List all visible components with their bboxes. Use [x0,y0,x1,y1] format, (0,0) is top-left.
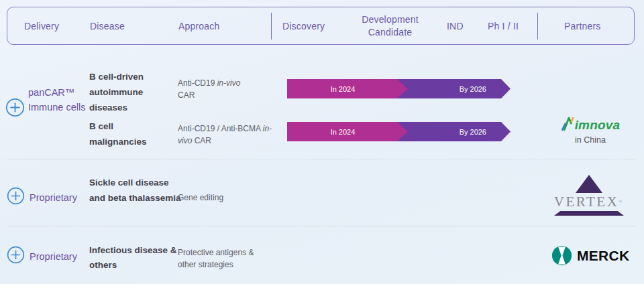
delivery-label: panCAR™ Immune cells [28,85,87,115]
plus-circle-icon [7,187,25,205]
nimnova-wordmark: imnova [561,115,621,133]
plus-circle-icon[interactable] [5,98,25,120]
column-header-delivery: Delivery [24,7,59,44]
delivery-label: Proprietary [30,190,77,205]
timeline-milestone-label: In 2024 [331,128,356,136]
plus-circle-icon[interactable] [7,246,25,267]
column-header-discovery: Discovery [282,7,325,44]
approach-cell: Protective antigens & other strategies [178,246,265,271]
vertex-wordmark: VERTEX® [554,194,624,209]
disease-cell: B cell-driven autoimmune diseases [89,69,164,115]
approach-cell: Anti-CD19 / Anti-BCMA in-vivo CAR [178,123,273,147]
header-divider [537,13,538,40]
merck-logo: MERCK [551,245,630,266]
disease-cell: Sickle cell disease and beta thalassemia [89,175,182,206]
pipeline-table: Delivery Disease Approach Discovery Deve… [0,0,644,284]
nimnova-n-icon [561,115,576,133]
approach-text: Anti-CD19 / Anti-BCMA [178,124,263,133]
row-divider [7,226,636,226]
column-header-ph1-2: Ph I / II [488,7,519,44]
disease-cell: Infectious disease & others [89,243,191,273]
timeline-milestone-label: In 2024 [331,85,356,93]
approach-text: CAR [178,90,195,100]
plus-circle-icon [5,98,25,117]
vertex-triangle-icon [576,175,602,193]
vertex-trapezoid-icon [554,211,624,216]
vertex-logo: VERTEX® [547,175,631,216]
nimnova-wordmark-text: imnova [575,118,621,133]
timeline-milestone-label: By 2026 [460,128,486,136]
timeline-bar: By 2026 In 2024 [287,122,511,141]
delivery-label: Proprietary [30,249,77,264]
merck-flower-icon [551,245,572,266]
timeline-phase-development-candidate: In 2024 [287,122,408,141]
disease-cell: B cell malignancies [89,119,164,149]
timeline-bar: By 2026 In 2024 [287,79,511,98]
column-header-ind: IND [447,7,464,44]
column-header-partners: Partners [564,7,601,44]
timeline-phase-development-candidate: In 2024 [287,79,408,98]
merck-wordmark: MERCK [551,245,630,266]
approach-cell: Gene editing [178,192,265,204]
partner-region-note: in China [575,135,606,145]
plus-circle-icon[interactable] [7,187,25,208]
header-row: Delivery Disease Approach Discovery Deve… [7,7,635,45]
approach-text: Protective antigens & other strategies [178,248,254,269]
vertex-wordmark-text: VERTEX [554,194,619,210]
column-header-approach: Approach [178,7,220,44]
header-divider [271,13,272,40]
timeline-milestone-label: By 2026 [460,85,486,93]
nimnova-logo: imnova in China [553,115,627,145]
approach-text-italic: in-vivo [217,78,241,88]
column-header-development-candidate: Development Candidate [341,7,439,44]
column-header-disease: Disease [90,7,125,44]
plus-circle-icon [7,246,25,264]
approach-text: Gene editing [178,193,223,202]
approach-text: CAR [192,136,211,145]
approach-cell: Anti-CD19 in-vivo CAR [178,77,253,101]
merck-wordmark-text: MERCK [577,248,630,264]
row-divider [7,159,636,159]
approach-text: Anti-CD19 [178,78,217,88]
registered-mark: ® [619,199,624,204]
